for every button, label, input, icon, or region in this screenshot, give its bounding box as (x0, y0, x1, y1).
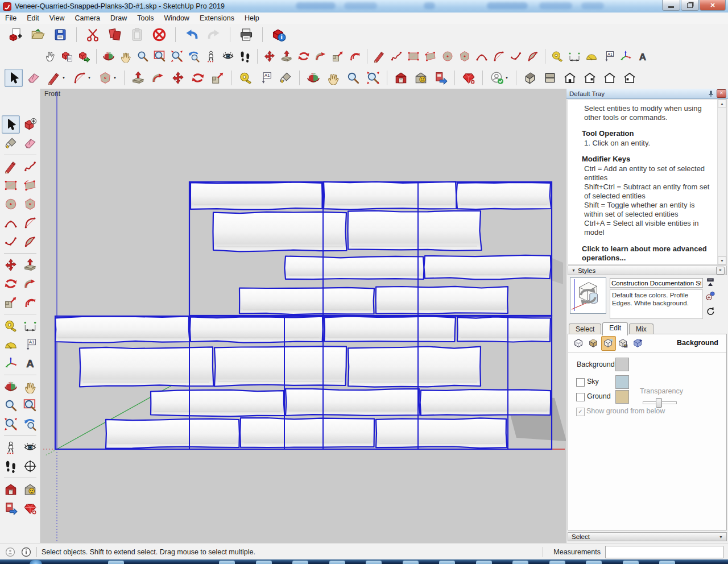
tool-3d-warehouse-button[interactable] (392, 69, 410, 87)
windows-taskbar[interactable] (0, 559, 728, 564)
menu-help[interactable]: Help (239, 13, 264, 23)
tool-zoom-window-button[interactable] (21, 396, 39, 414)
tool-zoom-button[interactable] (2, 396, 20, 414)
menu-file[interactable]: File (0, 13, 22, 23)
tool-rotate-button[interactable] (189, 69, 207, 87)
tool-extension-warehouse-button[interactable] (21, 480, 39, 499)
tool-move-button[interactable] (2, 256, 20, 274)
sky-checkbox[interactable] (576, 378, 585, 387)
tool-follow-me-button[interactable] (149, 69, 167, 87)
menu-edit[interactable]: Edit (22, 13, 44, 23)
menu-window[interactable]: Window (159, 13, 194, 23)
face-settings-button[interactable] (586, 336, 601, 351)
dropdown-arrow-icon[interactable]: ▼ (113, 76, 117, 80)
taskbar-app-icon[interactable] (292, 561, 308, 564)
taskbar-app-icon[interactable] (256, 561, 272, 564)
tool-zoom-extents-button[interactable] (2, 415, 20, 433)
tool-extension-warehouse-button[interactable] (412, 69, 430, 87)
tool-push-pull-button[interactable] (129, 69, 147, 87)
tool-view-top-button[interactable] (541, 69, 559, 87)
tool-sign-in-button[interactable]: ▼ (487, 69, 511, 87)
tool-paint-bucket-button[interactable] (2, 134, 20, 152)
tool-view-back-button[interactable] (601, 69, 619, 87)
tool-view-iso-button[interactable] (521, 69, 539, 87)
tool-copy-button[interactable] (106, 26, 124, 44)
tool-look-around-button[interactable] (220, 48, 236, 65)
plank[interactable] (239, 288, 374, 314)
tool-print-button[interactable] (237, 26, 255, 44)
plank[interactable] (284, 256, 424, 280)
tool-tape-measure-button[interactable] (237, 69, 255, 87)
tool-arc-3pt-button[interactable] (508, 48, 524, 65)
plank[interactable] (55, 317, 190, 343)
info-icon[interactable] (20, 546, 32, 558)
tool-cut-button[interactable] (84, 26, 102, 44)
tool-walk-button[interactable] (237, 48, 253, 65)
tool-tape-measure-button[interactable] (2, 317, 20, 335)
model-viewport[interactable] (41, 89, 566, 543)
start-button[interactable] (30, 560, 42, 564)
tip-icon[interactable] (5, 546, 16, 558)
tool-select-button[interactable] (5, 69, 23, 87)
tool-axes-button[interactable] (2, 354, 20, 372)
tool-arc-button[interactable] (21, 214, 39, 232)
tool-save-model-button[interactable] (51, 26, 69, 44)
tool-move-button[interactable] (169, 69, 187, 87)
tab-select[interactable]: Select (569, 324, 601, 335)
taskbar-app-icon[interactable] (476, 561, 492, 564)
plank[interactable] (286, 389, 420, 416)
tool-text-button[interactable]: A1 (21, 335, 39, 354)
tool-pan-button[interactable] (118, 48, 134, 65)
tool-rotate-button[interactable] (2, 275, 20, 293)
tool-scale-button[interactable] (330, 48, 346, 65)
tool-line-button[interactable] (2, 157, 20, 176)
tool-section-plane-button[interactable] (21, 457, 39, 475)
tool-component-options-button[interactable] (59, 48, 75, 65)
taskbar-app-icon[interactable] (659, 561, 675, 564)
menu-extensions[interactable]: Extensions (195, 13, 239, 23)
tool-pie-button[interactable] (21, 233, 39, 251)
plank[interactable] (457, 317, 551, 342)
background-settings-button[interactable] (601, 336, 616, 351)
taskbar-app-icon[interactable] (586, 561, 602, 564)
tool-interact-button[interactable] (42, 48, 58, 65)
tool-shapes-button[interactable]: ▼ (96, 69, 119, 87)
taskbar-app-icon[interactable] (439, 561, 455, 564)
tool-zoom-window-button[interactable] (152, 48, 168, 65)
plank[interactable] (348, 211, 482, 251)
tool-dimension-button[interactable] (566, 48, 582, 65)
tool-rectangle-button[interactable] (406, 48, 421, 65)
tool-extension-manager-button[interactable] (460, 69, 478, 87)
tool-protractor-button[interactable] (2, 335, 20, 354)
plank[interactable] (190, 317, 323, 343)
tool-view-right-button[interactable] (581, 69, 599, 87)
tool-follow-me-button[interactable] (313, 48, 329, 65)
plank[interactable] (324, 181, 456, 209)
tool-3d-warehouse-button[interactable] (2, 480, 20, 499)
scroll-up-icon[interactable]: ▲ (718, 99, 726, 107)
minimize-button[interactable] (662, 0, 680, 11)
tool-pan-button[interactable] (21, 378, 39, 396)
menu-draw[interactable]: Draw (105, 13, 132, 23)
drawing-canvas[interactable]: Front (41, 89, 566, 543)
tool-arc-2pt-button[interactable] (474, 48, 490, 65)
tab-edit[interactable]: Edit (602, 322, 628, 335)
taskbar-app-icon[interactable] (108, 561, 124, 564)
tool-orbit-button[interactable] (2, 378, 20, 396)
edge-settings-button[interactable] (572, 336, 586, 351)
plank[interactable] (151, 390, 284, 416)
tool-rotated-rectangle-button[interactable] (423, 48, 439, 65)
tool-zoom-button[interactable] (135, 48, 151, 65)
tool-zoom-extents-button[interactable] (169, 48, 185, 65)
plank[interactable] (191, 183, 322, 210)
plank[interactable] (348, 347, 481, 387)
taskbar-app-icon[interactable] (512, 561, 528, 564)
tool-erase-button[interactable] (150, 26, 168, 44)
style-thumbnail[interactable] (570, 277, 606, 314)
tool-arc-button[interactable] (491, 48, 507, 65)
tool-text-button[interactable]: A1 (257, 69, 275, 87)
styles-close-button[interactable]: × (716, 267, 725, 275)
tool-follow-me-button[interactable] (21, 275, 39, 293)
dropdown-arrow-icon[interactable]: ▼ (62, 76, 65, 80)
tool-polygon-button[interactable] (21, 195, 39, 213)
